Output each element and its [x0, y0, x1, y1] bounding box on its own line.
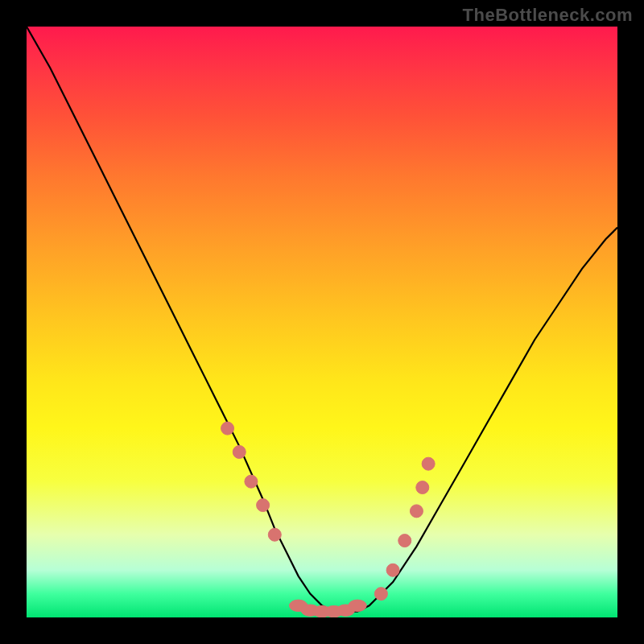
marker-dot [398, 535, 411, 547]
marker-dot [349, 600, 366, 611]
marker-dot [233, 445, 246, 458]
marker-dot [410, 505, 423, 518]
marker-dot [386, 564, 399, 576]
marker-dot [416, 481, 429, 494]
watermark-text: TheBottleneck.com [463, 5, 633, 26]
marker-dot [221, 422, 234, 435]
plot-area [27, 27, 617, 617]
markers-bottom [289, 600, 366, 617]
chart-frame: TheBottleneck.com [0, 0, 644, 644]
curve-svg [27, 27, 617, 617]
marker-dot [257, 499, 270, 512]
marker-dot [374, 588, 387, 601]
marker-dot [268, 528, 281, 541]
marker-dot [245, 475, 258, 488]
bottleneck-curve [27, 27, 617, 612]
marker-dot [422, 457, 435, 470]
